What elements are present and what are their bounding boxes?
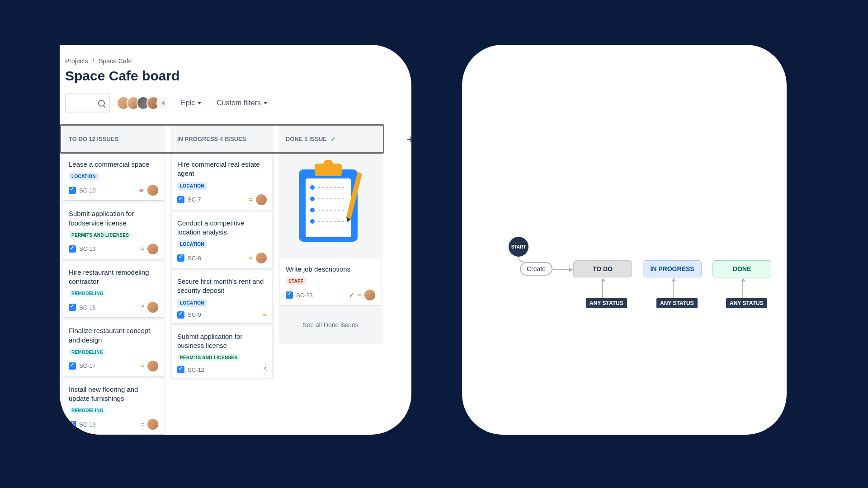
card-footer: SC-13= xyxy=(69,244,158,254)
create-node[interactable]: Create xyxy=(520,262,552,276)
column-body-inprogress: Hire commercial real estate agentLOCATIO… xyxy=(170,154,274,380)
card-footer: SC-17= xyxy=(69,361,158,371)
issue-card[interactable]: Submit application for foodservice licen… xyxy=(63,203,164,259)
breadcrumb-space-cafe[interactable]: Space Cafe xyxy=(99,57,132,65)
card-tag: STAFF xyxy=(286,277,306,285)
assignee-avatar[interactable] xyxy=(147,302,158,313)
card-footer: SC-10≋ xyxy=(69,185,158,196)
assignee-avatar[interactable] xyxy=(147,185,158,196)
see-all-done-link[interactable]: See all Done issues xyxy=(280,308,381,342)
card-tag: LOCATION xyxy=(69,173,99,180)
priority-icon: = xyxy=(249,254,253,262)
check-icon: ✓ xyxy=(330,136,336,143)
priority-icon: ^ xyxy=(264,366,267,373)
epic-dropdown[interactable]: Epic xyxy=(176,96,206,110)
column-todo: TO DO 12 ISSUES Lease a commercial space… xyxy=(61,124,165,435)
assignee-avatar[interactable] xyxy=(147,419,158,430)
priority-icon: ^ xyxy=(141,304,144,311)
breadcrumb-projects[interactable]: Projects xyxy=(65,57,88,65)
priority-icon: ≋ xyxy=(139,187,144,194)
priority-icon: = xyxy=(263,311,267,319)
issue-card[interactable]: Finalize restaurant concept and designRE… xyxy=(63,320,164,376)
issue-card[interactable]: Hire commercial real estate agentLOCATIO… xyxy=(172,154,272,210)
task-icon xyxy=(69,362,76,370)
avatar-stack: + xyxy=(117,96,170,110)
any-status-label: ANY STATUS xyxy=(726,298,767,308)
epic-label: Epic xyxy=(181,99,195,107)
issue-key: SC-9 xyxy=(188,311,201,318)
card-footer: SC-12^ xyxy=(177,366,267,373)
task-icon xyxy=(69,245,76,253)
task-icon xyxy=(69,421,76,428)
task-icon xyxy=(177,311,184,319)
issue-key: SC-16 xyxy=(79,304,96,311)
column-header-label: TO DO 12 ISSUES xyxy=(69,136,118,142)
card-title: Write job descriptions xyxy=(286,265,375,274)
issue-key: SC-8 xyxy=(188,255,201,262)
issue-card[interactable]: Conduct a competitive location analysisL… xyxy=(172,212,272,268)
card-title: Submit application for business license xyxy=(177,332,267,351)
card-title: Install new flooring and update furnishi… xyxy=(69,385,158,404)
issue-key: SC-10 xyxy=(79,187,96,194)
custom-filters-label: Custom filters xyxy=(217,99,261,107)
search-input[interactable] xyxy=(65,94,110,113)
elbow-connector xyxy=(518,257,524,262)
card-footer: SC-7= xyxy=(177,194,267,205)
status-inprogress[interactable]: IN PROGRESS xyxy=(643,260,702,277)
add-people-button[interactable]: + xyxy=(156,96,170,110)
arrow-any-to-todo xyxy=(602,279,603,298)
issue-card[interactable]: Install new flooring and update furnishi… xyxy=(63,379,164,435)
assignee-avatar[interactable] xyxy=(364,290,375,300)
issue-key: SC-19 xyxy=(79,421,96,428)
card-tag: REMODELING xyxy=(69,290,106,297)
column-body-todo: Lease a commercial spaceLOCATIONSC-10≋Su… xyxy=(61,154,165,435)
assignee-avatar[interactable] xyxy=(147,361,158,371)
status-done[interactable]: DONE xyxy=(712,260,771,277)
assignee-avatar[interactable] xyxy=(147,244,158,254)
card-footer: SC-19= xyxy=(69,419,158,430)
task-icon xyxy=(69,187,76,194)
column-header-todo[interactable]: TO DO 12 ISSUES xyxy=(61,124,165,154)
workflow-panel: START Create TO DO IN PROGRESS DONE ANY … xyxy=(462,45,787,435)
any-status-label: ANY STATUS xyxy=(586,298,627,308)
task-icon xyxy=(177,196,184,203)
page-title: Space Cafe board xyxy=(60,65,411,84)
start-node[interactable]: START xyxy=(509,237,528,257)
issue-card[interactable]: Write job descriptionsSTAFFSC-23✓= xyxy=(280,258,381,305)
column-done: DONE 1 ISSUE ✓ xyxy=(278,124,382,435)
issue-card[interactable]: Submit application for business licenseP… xyxy=(172,326,272,378)
workflow-diagram: START Create TO DO IN PROGRESS DONE ANY … xyxy=(498,229,769,356)
svg-rect-3 xyxy=(324,160,333,166)
card-tag: LOCATION xyxy=(177,299,207,307)
done-illustration xyxy=(280,154,381,256)
issue-key: SC-7 xyxy=(188,196,201,203)
card-tag: REMODELING xyxy=(69,407,106,414)
column-header-inprogress[interactable]: IN PROGRESS 4 ISSUES xyxy=(170,124,274,154)
add-column-button[interactable]: + xyxy=(407,132,411,146)
card-footer: SC-23✓= xyxy=(286,290,375,300)
card-title: Hire commercial real estate agent xyxy=(177,160,267,178)
priority-icon: = xyxy=(358,291,361,299)
card-title: Lease a commercial space xyxy=(69,160,158,169)
card-tag: LOCATION xyxy=(177,240,207,248)
issue-card[interactable]: Secure first month's rent and security d… xyxy=(172,271,272,323)
card-title: Submit application for foodservice licen… xyxy=(69,209,158,228)
any-status-label: ANY STATUS xyxy=(656,298,698,308)
card-tag: PERMITS AND LICENSES xyxy=(177,354,240,361)
assignee-avatar[interactable] xyxy=(256,253,267,263)
task-icon xyxy=(177,366,184,373)
done-check-icon: ✓ xyxy=(349,291,354,299)
assignee-avatar[interactable] xyxy=(256,194,267,205)
board-columns: TO DO 12 ISSUES Lease a commercial space… xyxy=(61,124,411,435)
issue-card[interactable]: Lease a commercial spaceLOCATIONSC-10≋ xyxy=(63,154,164,200)
clipboard-icon xyxy=(290,158,371,249)
card-tag: PERMITS AND LICENSES xyxy=(69,231,132,239)
custom-filters-dropdown[interactable]: Custom filters xyxy=(212,96,272,110)
issue-card[interactable]: Hire restaurant remodeling contractorREM… xyxy=(63,262,164,318)
column-header-done[interactable]: DONE 1 ISSUE ✓ xyxy=(278,124,382,154)
column-header-label: DONE 1 ISSUE xyxy=(286,136,327,142)
arrow-create-to-todo xyxy=(552,269,572,270)
status-todo[interactable]: TO DO xyxy=(573,260,632,277)
column-header-label: IN PROGRESS 4 ISSUES xyxy=(177,136,246,142)
card-footer: SC-9= xyxy=(177,311,267,319)
